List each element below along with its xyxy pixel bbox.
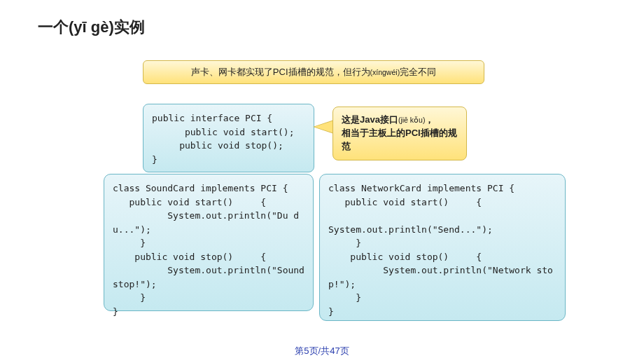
interface-code-box: public interface PCI { public void start… (143, 104, 314, 172)
callout-box: 这是Java接口(jiē kǒu)， 相当于主板上的PCI插槽的规范 (332, 107, 467, 160)
networkcard-code-box: class NetworkCard implements PCI { publi… (319, 174, 566, 321)
page-number: 第5页/共47页 (0, 345, 644, 357)
slide-title: 一个(yī gè)实例 (38, 17, 145, 38)
banner-lead: 声卡、网卡都实现了PCI插槽的规范，但行为 (191, 67, 370, 77)
soundcard-code-box: class SoundCard implements PCI { public … (104, 174, 314, 311)
summary-banner: 声卡、网卡都实现了PCI插槽的规范，但行为(xíngwéi)完全不同 (143, 60, 484, 84)
callout-line2: 相当于主板上的PCI插槽的规范 (342, 128, 457, 151)
banner-pinyin: (xíngwéi) (370, 68, 400, 76)
callout-tail (314, 121, 334, 133)
callout-line1a: 这是Java接口 (342, 114, 398, 125)
callout-pinyin: (jiē kǒu) (398, 116, 426, 124)
banner-tail: 完全不同 (400, 67, 436, 77)
callout-line1c: ， (425, 114, 434, 125)
